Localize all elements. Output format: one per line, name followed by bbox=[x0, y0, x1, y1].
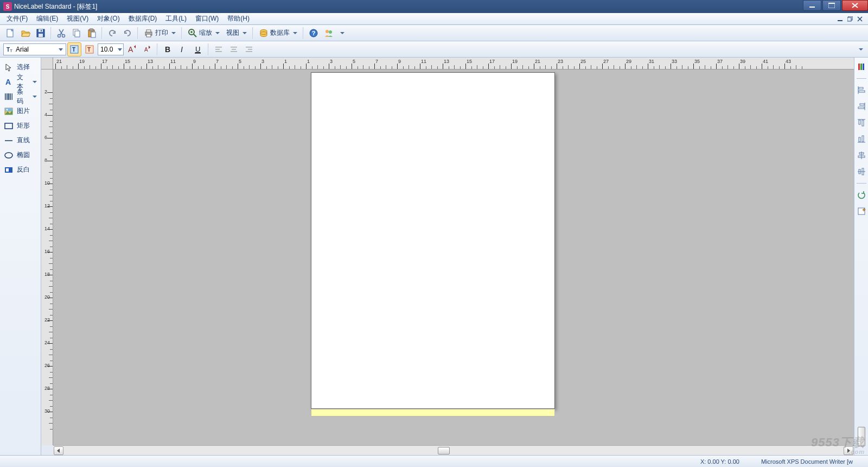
label-footer-strip bbox=[311, 409, 555, 416]
image-icon bbox=[4, 106, 14, 116]
align-toolbar bbox=[854, 58, 868, 455]
menu-view[interactable]: 视图(V) bbox=[62, 13, 93, 24]
svg-rect-65 bbox=[860, 64, 862, 70]
redo-button[interactable] bbox=[120, 26, 135, 40]
help-button[interactable]: ? bbox=[307, 26, 321, 40]
truetype-mode-button[interactable]: T bbox=[67, 42, 81, 56]
menu-database[interactable]: 数据库(D) bbox=[124, 13, 162, 24]
align-top-edges-button[interactable] bbox=[856, 117, 867, 129]
menu-object[interactable]: 对象(O) bbox=[93, 13, 124, 24]
ellipse-icon bbox=[4, 150, 14, 160]
print-button[interactable]: 打印 bbox=[141, 26, 178, 40]
horizontal-ruler[interactable]: 2119171513119753113579111315171921232527… bbox=[53, 58, 854, 70]
align-left-button[interactable] bbox=[212, 42, 226, 56]
copy-button[interactable] bbox=[69, 26, 84, 40]
align-center-v-button[interactable] bbox=[856, 166, 867, 178]
menu-help[interactable]: 帮助(H) bbox=[223, 13, 254, 24]
horizontal-scrollbar[interactable] bbox=[53, 445, 854, 455]
open-button[interactable] bbox=[18, 26, 33, 40]
properties-button[interactable] bbox=[856, 205, 867, 217]
font-name-input[interactable] bbox=[16, 46, 55, 53]
tool-line-label: 直线 bbox=[17, 136, 30, 145]
svg-text:A: A bbox=[128, 45, 133, 54]
menu-tools[interactable]: 工具(L) bbox=[161, 13, 191, 24]
font-size-combo[interactable] bbox=[98, 43, 124, 55]
font-name-combo[interactable]: TT bbox=[3, 43, 66, 55]
canvas-area: 2119171513119753113579111315171921232527… bbox=[41, 58, 854, 455]
tool-ellipse[interactable]: 椭圆 bbox=[1, 148, 40, 162]
label-paper[interactable] bbox=[311, 72, 555, 409]
scroll-right-button[interactable] bbox=[844, 446, 853, 455]
align-bottom-edges-button[interactable] bbox=[856, 133, 867, 145]
database-button[interactable]: 数据库 bbox=[256, 26, 300, 40]
tool-rect[interactable]: 矩形 bbox=[1, 118, 40, 133]
zoom-label: 缩放 bbox=[199, 28, 212, 37]
svg-rect-47 bbox=[248, 49, 252, 50]
align-right-button[interactable] bbox=[242, 42, 256, 56]
tool-barcode[interactable]: 条码 bbox=[1, 89, 40, 104]
undo-button[interactable] bbox=[105, 26, 119, 40]
vertical-ruler[interactable]: 24681012141618202224262830 bbox=[41, 70, 53, 445]
svg-rect-50 bbox=[5, 93, 6, 100]
svg-rect-48 bbox=[246, 51, 252, 52]
font-name-dropdown-arrow[interactable] bbox=[57, 45, 65, 54]
printer-font-button[interactable]: T bbox=[82, 42, 97, 56]
scroll-thumb[interactable] bbox=[438, 447, 450, 455]
ruler-corner bbox=[41, 58, 53, 70]
menu-file[interactable]: 文件(F) bbox=[2, 13, 32, 24]
svg-rect-5 bbox=[847, 17, 851, 21]
align-center-h-button[interactable] bbox=[856, 149, 867, 161]
vertical-scroll-indicator[interactable] bbox=[858, 427, 865, 446]
font-shrink-button[interactable]: A bbox=[140, 42, 154, 56]
tool-line[interactable]: 直线 bbox=[1, 133, 40, 148]
svg-point-26 bbox=[326, 30, 329, 33]
users-button[interactable] bbox=[322, 26, 336, 40]
align-center-button[interactable] bbox=[227, 42, 241, 56]
statusbar: X: 0.00 Y: 0.00 Microsoft XPS Document W… bbox=[0, 455, 868, 467]
tool-inverse[interactable]: 反白 bbox=[1, 162, 40, 177]
font-size-dropdown-arrow[interactable] bbox=[118, 46, 122, 53]
svg-rect-53 bbox=[9, 93, 10, 100]
mdi-restore-button[interactable] bbox=[846, 15, 854, 23]
save-button[interactable] bbox=[34, 26, 48, 40]
font-grow-button[interactable]: A bbox=[125, 42, 139, 56]
view-button[interactable]: 视图 bbox=[224, 26, 250, 40]
overflow-button[interactable] bbox=[337, 26, 346, 40]
status-printer: Microsoft XPS Document Writer [w bbox=[761, 458, 864, 465]
svg-rect-10 bbox=[41, 30, 42, 31]
design-viewport[interactable] bbox=[53, 70, 854, 445]
new-button[interactable] bbox=[3, 26, 17, 40]
color-palette-button[interactable] bbox=[856, 61, 867, 73]
mdi-close-button[interactable] bbox=[856, 15, 864, 23]
align-right-edges-button[interactable] bbox=[856, 100, 867, 112]
window-minimize-button[interactable] bbox=[803, 0, 821, 11]
rotate-button[interactable] bbox=[856, 189, 867, 201]
align-left-edges-button[interactable] bbox=[856, 84, 867, 96]
cursor-icon bbox=[4, 62, 14, 72]
inverse-icon bbox=[4, 165, 14, 175]
format-overflow-button[interactable] bbox=[856, 42, 865, 56]
main-area: 选择 A 文本 条码 图片 矩形 直线 椭圆 反白 bbox=[0, 58, 868, 455]
tool-image-label: 图片 bbox=[17, 106, 30, 116]
svg-rect-52 bbox=[8, 93, 9, 100]
italic-button[interactable]: I bbox=[176, 42, 190, 56]
svg-rect-40 bbox=[215, 47, 222, 48]
mdi-minimize-button[interactable] bbox=[837, 15, 844, 23]
underline-button[interactable]: U bbox=[191, 42, 205, 56]
menu-window[interactable]: 窗口(W) bbox=[191, 13, 223, 24]
svg-point-12 bbox=[62, 34, 65, 37]
tool-image[interactable]: 图片 bbox=[1, 104, 40, 118]
scroll-track[interactable] bbox=[64, 446, 843, 455]
window-maximize-button[interactable] bbox=[822, 0, 841, 11]
window-title: NiceLabel Standard - [标签1] bbox=[14, 2, 97, 11]
menu-edit[interactable]: 编辑(E) bbox=[32, 13, 62, 24]
window-close-button[interactable] bbox=[842, 0, 868, 11]
svg-text:I: I bbox=[181, 45, 183, 54]
font-size-input[interactable] bbox=[100, 46, 118, 53]
paste-button[interactable] bbox=[85, 26, 99, 40]
scroll-left-button[interactable] bbox=[54, 446, 63, 455]
cut-button[interactable] bbox=[54, 26, 68, 40]
bold-button[interactable]: B bbox=[161, 42, 175, 56]
standard-toolbar: 打印 缩放 视图 数据库 ? bbox=[0, 25, 868, 41]
zoom-button[interactable]: 缩放 bbox=[185, 26, 222, 40]
